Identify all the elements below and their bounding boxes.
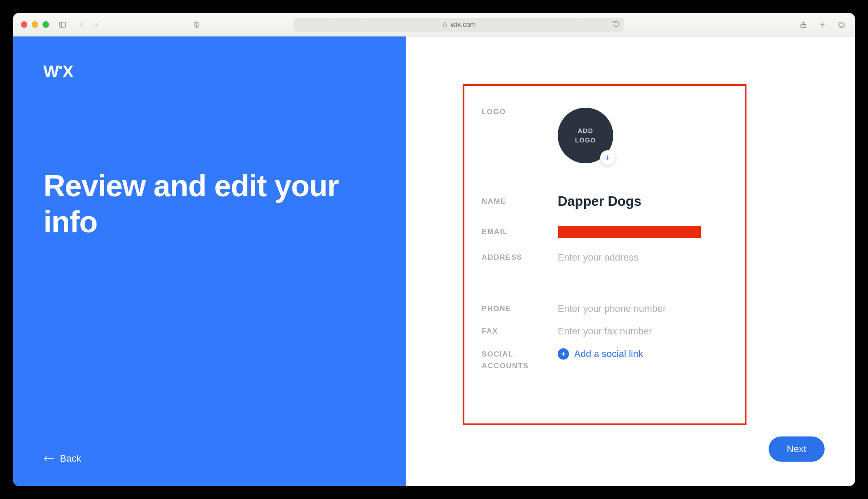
wix-logo: WX — [43, 63, 380, 81]
fax-label: FAX — [482, 327, 558, 336]
email-row: EMAIL — [482, 226, 727, 238]
logo-value: ADD LOGO + — [558, 108, 727, 163]
info-form-card: LOGO ADD LOGO + NAME Dapper Dogs EMAIL — [463, 84, 746, 425]
fax-field[interactable]: Enter your fax number — [558, 326, 727, 337]
left-panel: WX Review and edit your info Back — [13, 36, 406, 486]
add-social-link-button[interactable]: + Add a social link — [558, 348, 727, 360]
nav-back-button[interactable] — [76, 19, 87, 30]
svg-rect-0 — [59, 22, 66, 27]
fax-row: FAX Enter your fax number — [482, 326, 727, 337]
logo-upload-text-2: LOGO — [575, 135, 596, 145]
arrow-left-icon — [43, 456, 55, 462]
refresh-icon[interactable] — [613, 20, 620, 29]
next-button[interactable]: Next — [769, 436, 825, 462]
email-value — [558, 226, 727, 238]
window-close-button[interactable] — [21, 21, 27, 28]
browser-window: wix.com WX Review and edit your info — [13, 13, 855, 486]
name-label: NAME — [482, 197, 558, 206]
name-field[interactable]: Dapper Dogs — [558, 194, 727, 209]
browser-toolbar: wix.com — [13, 13, 855, 36]
svg-rect-2 — [443, 24, 446, 26]
phone-field[interactable]: Enter your phone number — [558, 303, 727, 314]
phone-label: PHONE — [482, 304, 558, 313]
page-title: Review and edit your info — [43, 168, 380, 240]
phone-row: PHONE Enter your phone number — [482, 303, 727, 314]
logo-upload-text-1: ADD — [578, 126, 593, 136]
social-label: SOCIAL ACCOUNTS — [482, 348, 558, 372]
window-maximize-button[interactable] — [43, 21, 49, 28]
back-label: Back — [60, 453, 81, 464]
nav-arrows — [76, 19, 102, 30]
traffic-lights — [21, 21, 49, 28]
logo-label: LOGO — [482, 108, 558, 116]
add-social-link-text: Add a social link — [574, 348, 643, 360]
toolbar-right — [798, 19, 847, 30]
url-text: wix.com — [451, 21, 476, 29]
tabs-overview-icon[interactable] — [836, 19, 847, 30]
privacy-shield-icon[interactable] — [191, 19, 202, 30]
lock-icon — [442, 21, 447, 29]
nav-forward-button[interactable] — [91, 19, 102, 30]
address-label: ADDRESS — [482, 253, 558, 262]
svg-rect-6 — [840, 23, 844, 27]
url-bar[interactable]: wix.com — [294, 18, 624, 32]
email-label: EMAIL — [482, 228, 558, 236]
address-row: ADDRESS Enter your address — [482, 252, 727, 263]
name-row: NAME Dapper Dogs — [482, 194, 727, 209]
social-row: SOCIAL ACCOUNTS + Add a social link — [482, 348, 727, 372]
plus-circle-icon: + — [558, 348, 569, 360]
address-field[interactable]: Enter your address — [558, 252, 727, 263]
email-redacted[interactable] — [558, 226, 701, 238]
right-panel: LOGO ADD LOGO + NAME Dapper Dogs EMAIL — [406, 36, 855, 486]
plus-icon: + — [600, 150, 615, 165]
page-content: WX Review and edit your info Back LOGO A… — [13, 36, 855, 486]
social-value: + Add a social link — [558, 348, 727, 360]
new-tab-icon[interactable] — [817, 19, 828, 30]
logo-upload-button[interactable]: ADD LOGO + — [558, 108, 613, 163]
logo-row: LOGO ADD LOGO + — [482, 99, 727, 181]
svg-rect-7 — [839, 22, 843, 26]
window-minimize-button[interactable] — [32, 21, 38, 28]
back-button[interactable]: Back — [43, 453, 380, 464]
sidebar-toggle-icon[interactable] — [57, 19, 68, 30]
share-icon[interactable] — [798, 19, 809, 30]
